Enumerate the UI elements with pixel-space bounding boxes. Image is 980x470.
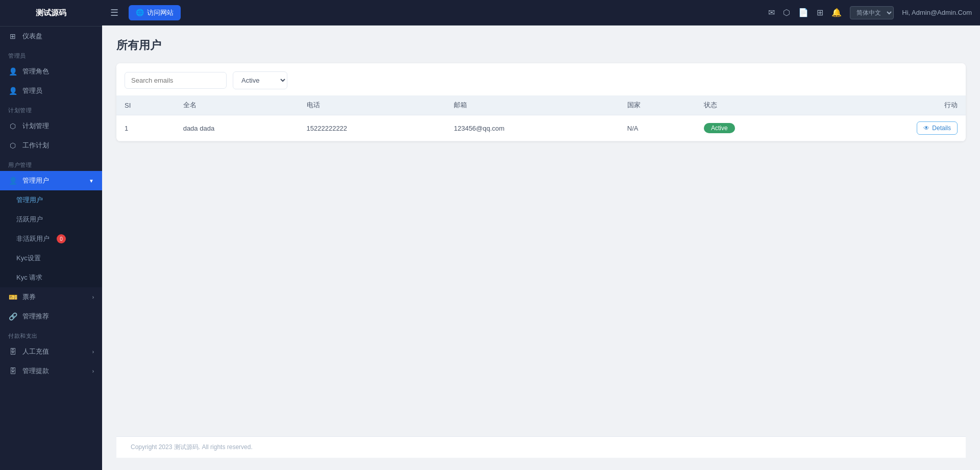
sidebar-item-plan-manage[interactable]: ⬡ 计划管理 xyxy=(0,116,102,136)
sidebar-item-sub-manage-users[interactable]: 管理用户 xyxy=(0,190,102,210)
withdraw-icon: 🗄 xyxy=(8,366,17,376)
status-badge: Active xyxy=(704,123,735,133)
chevron-right-icon3: › xyxy=(92,368,94,374)
table-container: Active Inactive All SI 全名 电话 邮箱 国家 状态 行动 xyxy=(116,63,966,141)
admin-roles-icon: 👤 xyxy=(8,67,17,76)
recharge-icon: 🗄 xyxy=(8,347,17,356)
sidebar-item-dashboard[interactable]: ⊞ 仪表盘 xyxy=(0,27,102,46)
table-body: 1 dada dada 15222222222 123456@qq.com N/… xyxy=(116,115,966,141)
sidebar-item-admin-users[interactable]: 👤 管理员 xyxy=(0,81,102,101)
inactive-badge: 0 xyxy=(57,234,66,243)
tickets-icon: 🎫 xyxy=(8,292,17,302)
user-greeting: Hi, Admin@Admin.Com xyxy=(902,9,972,16)
col-phone: 电话 xyxy=(299,95,446,115)
sidebar-submenu-users: 管理用户 活跃用户 非活跃用户 0 Kyc设置 Kyc 请求 xyxy=(0,190,102,287)
topbar: ☰ 🌐 访问网站 ✉ ⬡ 📄 ⊞ 🔔 简体中文 Hi, Admin@Admin.… xyxy=(102,0,980,26)
col-full-name: 全名 xyxy=(175,95,299,115)
chevron-down-icon: ▼ xyxy=(89,178,94,184)
sidebar-item-sub-kyc-requests[interactable]: Kyc 请求 xyxy=(0,268,102,287)
topbar-icons: ✉ ⬡ 📄 ⊞ 🔔 简体中文 Hi, Admin@Admin.Com xyxy=(768,6,972,19)
table-header-row: SI 全名 电话 邮箱 国家 状态 行动 xyxy=(116,95,966,115)
admin-users-icon: 👤 xyxy=(8,86,17,95)
sidebar-item-sub-inactive-users[interactable]: 非活跃用户 0 xyxy=(0,229,102,249)
cell-status: Active xyxy=(696,115,818,141)
details-button[interactable]: 👁 Details xyxy=(917,121,958,135)
content: 所有用户 Active Inactive All SI 全名 电话 邮箱 xyxy=(102,26,980,470)
table-header: SI 全名 电话 邮箱 国家 状态 行动 xyxy=(116,95,966,115)
sidebar-item-tickets[interactable]: 🎫 票券 › xyxy=(0,287,102,307)
visit-website-button[interactable]: 🌐 访问网站 xyxy=(129,5,181,20)
status-filter-select[interactable]: Active Inactive All xyxy=(233,71,287,89)
col-email: 邮箱 xyxy=(446,95,619,115)
chevron-right-icon2: › xyxy=(92,349,94,355)
col-action: 行动 xyxy=(818,95,966,115)
app-title: 测试源码 xyxy=(0,0,102,27)
footer-text: Copyright 2023 测试源码. All rights reserved… xyxy=(131,443,253,451)
cell-phone: 15222222222 xyxy=(299,115,446,141)
section-user-label: 用户管理 xyxy=(0,155,102,171)
sidebar-item-manage-users[interactable]: 👤 管理用户 ▼ xyxy=(0,171,102,190)
cell-si: 1 xyxy=(116,115,175,141)
sidebar-item-work-plan[interactable]: ⬡ 工作计划 xyxy=(0,136,102,155)
cell-email: 123456@qq.com xyxy=(446,115,619,141)
cell-full-name: dada dada xyxy=(175,115,299,141)
table-row: 1 dada dada 15222222222 123456@qq.com N/… xyxy=(116,115,966,141)
language-select[interactable]: 简体中文 xyxy=(850,6,894,19)
plan-icon: ⬡ xyxy=(8,121,17,131)
sidebar-item-sub-kyc-settings[interactable]: Kyc设置 xyxy=(0,249,102,268)
col-status: 状态 xyxy=(696,95,818,115)
eye-icon: 👁 xyxy=(923,125,929,132)
shield-icon[interactable]: ⬡ xyxy=(783,8,790,17)
page-title: 所有用户 xyxy=(116,38,966,53)
cell-country: N/A xyxy=(619,115,696,141)
hamburger-icon[interactable]: ☰ xyxy=(110,7,118,18)
chevron-right-icon: › xyxy=(92,294,94,300)
sidebar-item-manage-withdraw[interactable]: 🗄 管理提款 › xyxy=(0,361,102,381)
sidebar-item-admin-roles[interactable]: 👤 管理角色 xyxy=(0,62,102,81)
cell-action: 👁 Details xyxy=(818,115,966,141)
col-country: 国家 xyxy=(619,95,696,115)
users-table: SI 全名 电话 邮箱 国家 状态 行动 1 dada dada 1522222… xyxy=(116,95,966,141)
referrals-icon: 🔗 xyxy=(8,312,17,321)
sidebar-item-manual-recharge[interactable]: 🗄 人工充值 › xyxy=(0,342,102,361)
work-plan-icon: ⬡ xyxy=(8,141,17,150)
grid-icon[interactable]: ⊞ xyxy=(817,8,823,17)
bell-icon[interactable]: 🔔 xyxy=(831,8,842,17)
section-plan-label: 计划管理 xyxy=(0,101,102,116)
section-payment-label: 付款和支出 xyxy=(0,326,102,342)
footer: Copyright 2023 测试源码. All rights reserved… xyxy=(116,436,966,458)
search-input[interactable] xyxy=(125,72,227,89)
mail-icon[interactable]: ✉ xyxy=(768,8,775,17)
dashboard-icon: ⊞ xyxy=(8,32,17,41)
globe-icon: 🌐 xyxy=(136,9,144,16)
manage-users-icon: 👤 xyxy=(8,176,17,185)
main: ☰ 🌐 访问网站 ✉ ⬡ 📄 ⊞ 🔔 简体中文 Hi, Admin@Admin.… xyxy=(102,0,980,470)
section-admin-label: 管理员 xyxy=(0,46,102,62)
toolbar: Active Inactive All xyxy=(116,63,966,95)
col-si: SI xyxy=(116,95,175,115)
sidebar: 测试源码 ⊞ 仪表盘 管理员 👤 管理角色 👤 管理员 计划管理 ⬡ 计划管理 … xyxy=(0,0,102,470)
sidebar-item-sub-active-users[interactable]: 活跃用户 xyxy=(0,210,102,229)
file-icon[interactable]: 📄 xyxy=(798,8,808,17)
sidebar-item-referrals[interactable]: 🔗 管理推荐 xyxy=(0,307,102,326)
